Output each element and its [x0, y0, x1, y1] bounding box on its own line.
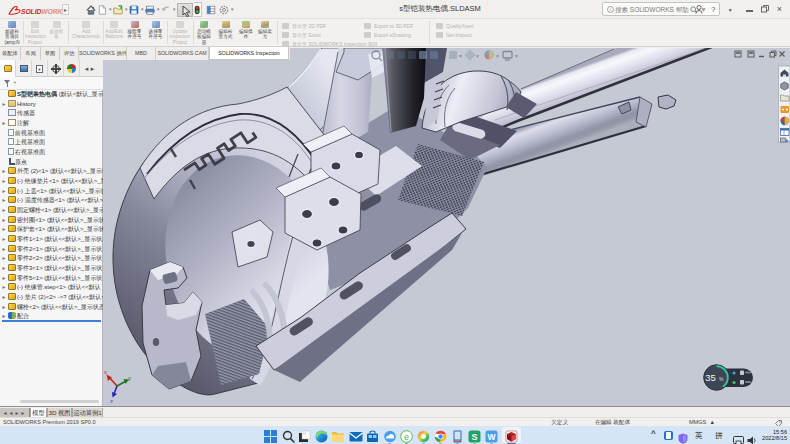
svg-text:▼: ▼ — [514, 53, 519, 59]
svg-text:▼: ▼ — [495, 53, 500, 59]
svg-text:x: x — [104, 369, 107, 375]
svg-text:e: e — [404, 432, 409, 442]
svg-text:z: z — [110, 398, 113, 404]
svg-text:▼: ▼ — [458, 53, 463, 59]
svg-text:i: i — [610, 7, 612, 12]
svg-text:%: % — [719, 376, 724, 382]
svg-text:S: S — [471, 432, 477, 442]
svg-text:▼: ▼ — [441, 53, 446, 59]
svg-text:W: W — [487, 432, 496, 442]
svg-text:y: y — [128, 375, 131, 381]
svg-text:35: 35 — [705, 372, 716, 383]
svg-text:▼: ▼ — [475, 53, 480, 59]
